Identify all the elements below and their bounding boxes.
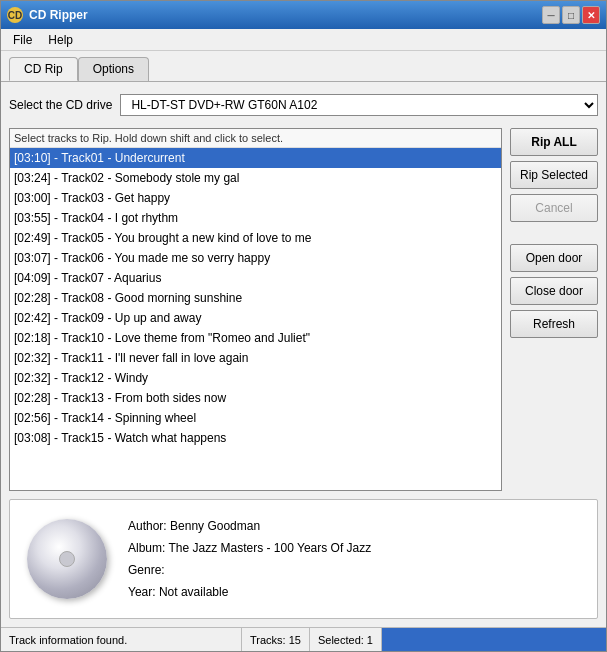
window-controls: ─ □ ✕ (542, 6, 600, 24)
author-row: Author: Benny Goodman (128, 519, 371, 533)
menu-file[interactable]: File (5, 31, 40, 49)
track-item[interactable]: [02:32] - Track12 - Windy (10, 368, 501, 388)
close-button[interactable]: ✕ (582, 6, 600, 24)
track-item[interactable]: [03:24] - Track02 - Somebody stole my ga… (10, 168, 501, 188)
main-content: Select the CD drive HL-DT-ST DVD+-RW GT6… (1, 81, 606, 627)
author-value: Benny Goodman (170, 519, 260, 533)
menu-help[interactable]: Help (40, 31, 81, 49)
album-row: Album: The Jazz Masters - 100 Years Of J… (128, 541, 371, 555)
track-item[interactable]: [04:09] - Track07 - Aquarius (10, 268, 501, 288)
genre-row: Genre: (128, 563, 371, 577)
minimize-button[interactable]: ─ (542, 6, 560, 24)
selected-count: Selected: 1 (310, 628, 382, 651)
status-message: Track information found. (1, 628, 242, 651)
cd-disc-visual (27, 519, 107, 599)
drive-label: Select the CD drive (9, 98, 112, 112)
year-label: Year: (128, 585, 156, 599)
tracks-area: Select tracks to Rip. Hold down shift an… (9, 128, 598, 491)
track-item[interactable]: [03:08] - Track15 - Watch what happens (10, 428, 501, 448)
drive-select[interactable]: HL-DT-ST DVD+-RW GT60N A102 (120, 94, 598, 116)
close-door-button[interactable]: Close door (510, 277, 598, 305)
title-bar: CD CD Ripper ─ □ ✕ (1, 1, 606, 29)
rip-selected-button[interactable]: Rip Selected (510, 161, 598, 189)
app-icon: CD (7, 7, 23, 23)
drive-row: Select the CD drive HL-DT-ST DVD+-RW GT6… (9, 90, 598, 120)
tab-cd-rip[interactable]: CD Rip (9, 57, 78, 81)
cancel-button[interactable]: Cancel (510, 194, 598, 222)
cd-metadata: Author: Benny Goodman Album: The Jazz Ma… (128, 519, 371, 599)
tab-options[interactable]: Options (78, 57, 149, 81)
genre-label: Genre: (128, 563, 165, 577)
tracks-list[interactable]: [03:10] - Track01 - Undercurrent[03:24] … (10, 148, 501, 490)
track-item[interactable]: [03:10] - Track01 - Undercurrent (10, 148, 501, 168)
track-item[interactable]: [02:56] - Track14 - Spinning wheel (10, 408, 501, 428)
year-row: Year: Not available (128, 585, 371, 599)
cd-hole (59, 551, 75, 567)
tracks-instruction: Select tracks to Rip. Hold down shift an… (10, 129, 501, 148)
year-value: Not available (159, 585, 228, 599)
buttons-panel: Rip ALL Rip Selected Cancel Open door Cl… (510, 128, 598, 491)
track-item[interactable]: [02:18] - Track10 - Love theme from "Rom… (10, 328, 501, 348)
track-item[interactable]: [03:00] - Track03 - Get happy (10, 188, 501, 208)
status-bar: Track information found. Tracks: 15 Sele… (1, 627, 606, 651)
open-door-button[interactable]: Open door (510, 244, 598, 272)
progress-bar (382, 628, 606, 651)
track-item[interactable]: [02:28] - Track13 - From both sides now (10, 388, 501, 408)
cd-info-section: Author: Benny Goodman Album: The Jazz Ma… (9, 499, 598, 619)
author-label: Author: (128, 519, 167, 533)
album-value: The Jazz Masters - 100 Years Of Jazz (168, 541, 371, 555)
track-item[interactable]: [03:55] - Track04 - I got rhythm (10, 208, 501, 228)
album-label: Album: (128, 541, 165, 555)
menu-bar: File Help (1, 29, 606, 51)
tracks-count: Tracks: 15 (242, 628, 310, 651)
cd-disc-icon (22, 514, 112, 604)
tabs-bar: CD Rip Options (1, 51, 606, 81)
track-item[interactable]: [03:07] - Track06 - You made me so verry… (10, 248, 501, 268)
maximize-button[interactable]: □ (562, 6, 580, 24)
track-item[interactable]: [02:49] - Track05 - You brought a new ki… (10, 228, 501, 248)
track-item[interactable]: [02:28] - Track08 - Good morning sunshin… (10, 288, 501, 308)
track-item[interactable]: [02:42] - Track09 - Up up and away (10, 308, 501, 328)
main-window: CD CD Ripper ─ □ ✕ File Help CD Rip Opti… (0, 0, 607, 652)
window-title: CD Ripper (29, 8, 542, 22)
track-item[interactable]: [02:32] - Track11 - I'll never fall in l… (10, 348, 501, 368)
rip-all-button[interactable]: Rip ALL (510, 128, 598, 156)
tracks-panel: Select tracks to Rip. Hold down shift an… (9, 128, 502, 491)
refresh-button[interactable]: Refresh (510, 310, 598, 338)
